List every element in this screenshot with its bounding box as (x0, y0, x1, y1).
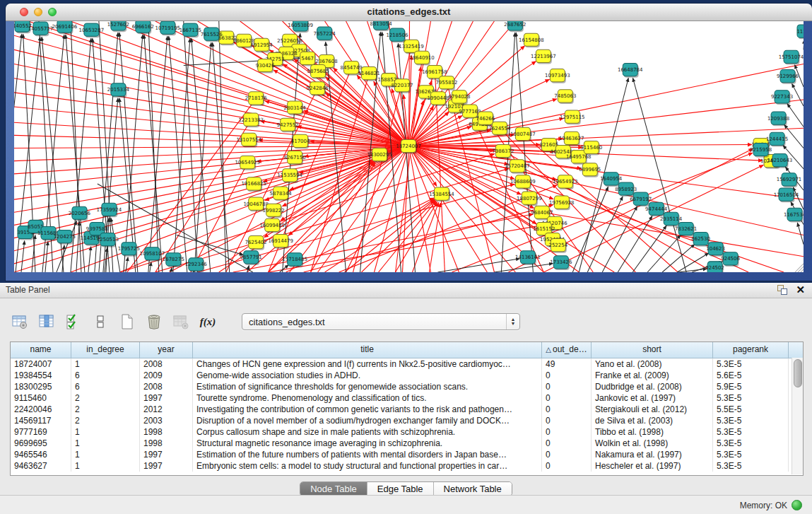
table-row[interactable]: 1872400712008Changes of HCN gene express… (11, 358, 803, 370)
svg-text:862530: 862530 (691, 235, 710, 242)
svg-text:2015334: 2015334 (107, 86, 130, 93)
new-file-icon[interactable] (117, 313, 137, 331)
svg-text:9115460: 9115460 (580, 144, 602, 151)
svg-text:5878344: 5878344 (270, 190, 293, 197)
svg-text:10653287: 10653287 (79, 27, 105, 33)
svg-text:1795725: 1795725 (118, 245, 140, 252)
column-header-year[interactable]: year (140, 342, 193, 358)
network-view[interactable]: 2522605898275088186328242753930426546723… (14, 21, 804, 272)
network-svg[interactable]: 2522605898275088186328242753930426546723… (14, 21, 804, 272)
float-panel-icon[interactable] (777, 284, 787, 295)
table-row[interactable]: 911546021997Tourette syndrome. Phenomeno… (11, 392, 803, 404)
svg-text:16961758: 16961758 (422, 69, 447, 75)
svg-text:924506: 924506 (721, 255, 740, 262)
svg-text:14136141: 14136141 (515, 254, 541, 260)
svg-text:12213383: 12213383 (238, 117, 264, 123)
svg-text:10688609: 10688609 (510, 178, 536, 185)
table-body: 1872400712008Changes of HCN gene express… (11, 358, 803, 475)
table-row[interactable]: 1938455462009Genome-wide association stu… (11, 370, 803, 381)
svg-text:18724007: 18724007 (396, 143, 421, 149)
svg-text:2687652: 2687652 (504, 21, 526, 28)
svg-text:13325419: 13325419 (399, 43, 424, 49)
svg-text:1733426: 1733426 (550, 259, 572, 265)
sort-ascending-icon: △ (546, 346, 551, 354)
svg-text:8220377: 8220377 (391, 82, 413, 88)
column-header-name[interactable]: name (11, 342, 71, 358)
svg-text:16154808: 16154808 (519, 37, 544, 43)
svg-text:9857791: 9857791 (240, 254, 262, 260)
column-visibility-icon[interactable] (37, 313, 57, 331)
svg-text:1678275: 1678275 (163, 256, 184, 262)
svg-text:9777169: 9777169 (459, 108, 481, 115)
svg-text:3624554: 3624554 (488, 125, 511, 132)
table-row[interactable]: 946362711997Embryonic stem cells: a mode… (11, 460, 803, 472)
tab-edge-table[interactable]: Edge Table (367, 482, 434, 496)
table-row[interactable]: 969969511998Structural magnetic resonanc… (11, 438, 803, 449)
svg-text:252254: 252254 (548, 242, 567, 248)
memory-status-label: Memory: OK (740, 501, 787, 510)
table-row[interactable]: 977716911998Corpus callosum shape and si… (11, 426, 803, 438)
row-select-icon[interactable] (64, 313, 83, 331)
svg-text:10958107: 10958107 (140, 250, 165, 257)
table-select-dropdown[interactable]: citations_edges.txt ▲▼ (242, 313, 520, 330)
svg-text:11535594: 11535594 (277, 172, 302, 178)
svg-text:7615526: 7615526 (201, 31, 223, 37)
column-header-title[interactable]: title (193, 342, 542, 358)
svg-text:9474444: 9474444 (645, 206, 668, 212)
tab-network-table[interactable]: Network Table (434, 482, 512, 496)
svg-text:10654925: 10654925 (235, 159, 260, 165)
table-panel-header: Table Panel ✕ (0, 283, 812, 298)
svg-text:7986372: 7986372 (492, 148, 514, 154)
table-scrollbar[interactable] (792, 358, 803, 474)
scrollbar-thumb[interactable] (794, 359, 802, 387)
svg-text:17359924: 17359924 (97, 206, 122, 213)
svg-text:1615152: 1615152 (533, 226, 555, 232)
svg-text:16210643: 16210643 (767, 157, 793, 163)
table-row[interactable]: 946554611997Estimation of the future num… (11, 449, 803, 460)
resize-grip-icon[interactable] (795, 264, 804, 272)
status-bar: Memory: OK (0, 495, 812, 514)
svg-text:6679197: 6679197 (630, 196, 652, 202)
column-header-out_de[interactable]: △out_de… (542, 342, 592, 358)
network-window: citations_edges.txt 25226058982750881863… (6, 4, 812, 281)
svg-text:5875685: 5875685 (307, 68, 329, 74)
svg-text:10973493: 10973493 (545, 72, 570, 78)
dropdown-stepper-icon[interactable]: ▲▼ (506, 314, 519, 329)
window-titlebar[interactable]: citations_edges.txt (6, 4, 812, 21)
svg-text:8267150: 8267150 (284, 154, 306, 160)
column-header-in_degree[interactable]: in_degree (71, 342, 140, 358)
column-header-pagerank[interactable]: pagerank (713, 342, 789, 358)
delete-icon[interactable] (144, 313, 164, 331)
svg-text:9146821: 9146821 (358, 70, 379, 76)
svg-text:104623: 104623 (706, 245, 725, 252)
table-select-value: citations_edges.txt (242, 317, 506, 327)
cytoscape-desktop: citations_edges.txt 25226058982750881863… (0, 0, 812, 283)
svg-text:1204275: 1204275 (54, 233, 76, 240)
table-toolbar: f(x) citations_edges.txt ▲▼ (10, 311, 520, 332)
function-icon[interactable]: f(x) (198, 313, 218, 331)
svg-text:9397588: 9397588 (86, 226, 108, 232)
tab-node-table[interactable]: Node Table (300, 482, 367, 496)
svg-text:7857224: 7857224 (314, 30, 336, 37)
svg-text:8813054: 8813054 (370, 21, 392, 27)
svg-text:0899695: 0899695 (579, 166, 601, 173)
svg-text:19463627: 19463627 (559, 135, 584, 141)
svg-text:7625402: 7625402 (245, 239, 267, 245)
column-header-short[interactable]: short (592, 342, 713, 358)
svg-text:1640954: 1640954 (600, 175, 623, 182)
table-settings-icon[interactable] (10, 313, 30, 331)
svg-text:746266: 746266 (476, 115, 495, 122)
svg-text:8958923: 8958923 (615, 185, 637, 192)
table-row[interactable]: 2242004622012Investigating the contribut… (11, 404, 803, 415)
svg-text:15384554: 15384554 (429, 191, 454, 197)
svg-text:2803144: 2803144 (284, 105, 307, 111)
svg-text:1218506: 1218506 (386, 32, 408, 38)
rows-icon[interactable] (90, 313, 110, 331)
close-panel-icon[interactable]: ✕ (796, 284, 805, 295)
svg-text:417004: 417004 (291, 138, 310, 144)
table-row[interactable]: 1456911722003Disruption of a novel membe… (11, 415, 803, 426)
svg-text:1990448: 1990448 (427, 95, 449, 101)
svg-text:7485063: 7485063 (554, 93, 576, 99)
window-title: citations_edges.txt (6, 4, 812, 21)
table-row[interactable]: 1830029562008Estimation of significance … (11, 381, 803, 392)
